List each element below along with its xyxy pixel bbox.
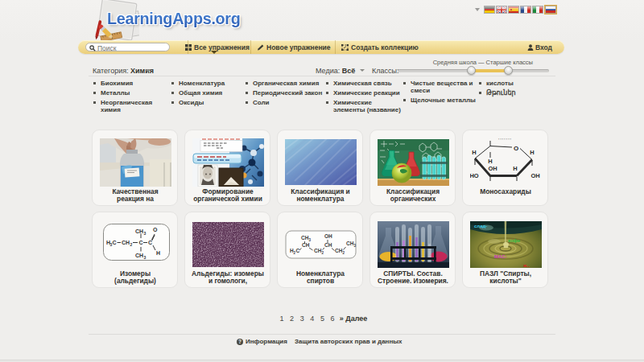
svg-text:CH: CH [302, 242, 310, 248]
svg-text:''''''': ''''''' [498, 138, 512, 142]
svg-text:H: H [472, 149, 476, 156]
svg-text:CH: CH [314, 248, 322, 253]
svg-text:OH: OH [488, 165, 497, 172]
svg-text:ж..: ж.. [522, 263, 530, 268]
svg-text:CH: CH [324, 242, 332, 248]
svg-text:H: H [530, 149, 534, 156]
svg-text:C: C [295, 248, 299, 253]
svg-text:H: H [488, 158, 492, 165]
svg-text:C: C [112, 240, 116, 245]
svg-text:3: 3 [143, 231, 146, 236]
svg-text:кофе: кофе [508, 238, 521, 243]
svg-text:CH: CH [346, 241, 354, 246]
svg-text:H: H [513, 165, 517, 172]
svg-text:CH: CH [135, 253, 143, 258]
svg-text:CH: CH [335, 248, 343, 253]
svg-text:O: O [153, 227, 158, 232]
svg-text:МАС-: МАС- [494, 254, 507, 259]
svg-text:OH: OH [324, 233, 332, 239]
svg-text:OH: OH [530, 172, 539, 179]
svg-text:CH: CH [122, 240, 130, 245]
svg-text:CH: CH [135, 228, 143, 234]
svg-text:2: 2 [130, 242, 132, 247]
svg-text:H: H [156, 250, 160, 256]
svg-text:HO: HO [470, 172, 479, 179]
svg-text:CH: CH [301, 235, 309, 241]
svg-text:слад-: слад- [474, 224, 487, 228]
svg-text:C: C [138, 240, 142, 245]
svg-text:O: O [513, 145, 518, 152]
svg-text:3: 3 [143, 255, 146, 260]
svg-text:C: C [148, 240, 152, 245]
